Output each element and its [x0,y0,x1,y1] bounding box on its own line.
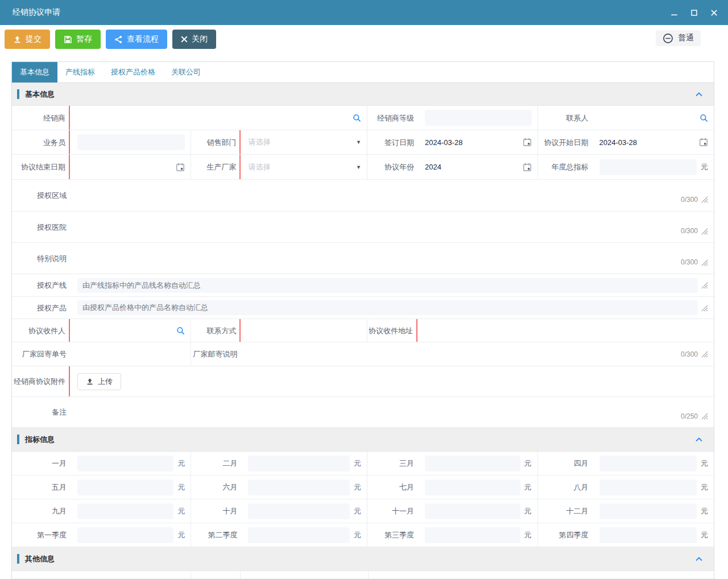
chevron-up-icon[interactable] [694,90,704,99]
agreement-start-date-label: 协议开始日期 [538,130,592,154]
upload-button[interactable]: 上传 [77,373,121,390]
search-icon[interactable] [176,326,185,335]
currency-suffix: 元 [701,506,708,516]
q2-input [248,527,350,543]
authorized-hospital-label: 授权医院 [12,212,70,242]
sep-field: 元 [70,499,191,523]
window-close-button[interactable] [710,9,718,16]
form-cell: 协议收件人 [12,319,191,342]
q4-label: 第四季度 [538,523,592,547]
upload-icon [13,35,22,44]
form-row: 九月元十月元十一月元十二月元 [12,499,714,523]
resize-grip-icon[interactable] [701,196,708,203]
form-cell: 授权产品由授权产品价格中的产品名称自动汇总 [12,297,714,319]
form-cell: 业务员 [12,130,191,154]
dec-label: 十二月 [538,499,592,523]
close-button[interactable]: 关闭 [172,30,216,49]
chevron-up-icon[interactable] [694,435,704,444]
form-cell: 三月元 [367,452,537,475]
resize-grip-icon[interactable] [701,259,708,266]
agreement-start-date-datepicker[interactable]: 2024-03-28 [592,130,714,154]
may-input [77,479,173,495]
view-process-button[interactable]: 查看流程 [106,30,167,49]
dealer-level-label: 经销商等级 [367,106,417,130]
may-field: 元 [70,475,191,499]
sign-date-datepicker[interactable]: 2024-03-28 [417,130,537,154]
tab-product-line-targets[interactable]: 产线指标 [57,62,103,82]
aug-field: 元 [592,475,714,499]
search-icon[interactable] [700,114,708,122]
authorized-hospital-textarea[interactable]: 0/300 [70,212,714,242]
dealer-level-input [425,110,532,126]
caret-down-icon: ▼ [356,164,361,170]
jul-field: 元 [417,475,537,499]
maximize-button[interactable] [690,9,698,16]
priority-badge[interactable]: 普通 [656,30,701,46]
resize-grip-icon[interactable] [701,282,708,289]
form-cell: 经销商等级 [367,106,537,130]
form-cell: 授权产线由产线指标中的产品线名称自动汇总 [12,274,714,296]
currency-suffix: 元 [701,530,708,540]
form-cell: 联系方式 [191,319,367,342]
tab-authorized-product-prices[interactable]: 授权产品价格 [103,62,163,82]
oct-input [248,503,350,519]
resize-grip-icon[interactable] [701,304,708,312]
dec-input [599,503,697,519]
section-header-target-info: 指标信息 [12,428,714,452]
jul-input [425,479,520,495]
submit-button-label: 提交 [26,34,42,44]
jan-label: 一月 [12,452,70,475]
manufacturer-select[interactable]: 请选择▼ [241,155,367,179]
form-cell: 授权区域0/300 [12,180,714,211]
form-cell [240,571,368,578]
factory-mail-note-textarea[interactable]: 0/300 [241,342,714,366]
authorized-region-label: 授权区域 [12,180,70,211]
char-counter: 0/300 [681,196,698,204]
form-cell [12,571,191,578]
sales-dept-select[interactable]: 请选择▼ [241,130,367,154]
search-icon[interactable] [353,114,361,122]
minimize-button[interactable] [671,9,678,16]
form-cell: 特别说明0/300 [12,243,714,274]
currency-suffix: 元 [524,506,532,516]
form-cell: 联系人 [537,106,714,130]
form-cell: 协议收件地址 [367,319,714,342]
form-cell: 四月元 [537,452,714,475]
q4-input [599,527,697,543]
agreement-address-input[interactable] [417,319,714,342]
agreement-recipient-field[interactable] [70,319,191,342]
factory-return-no-input[interactable] [70,342,191,366]
agreement-end-date-datepicker[interactable] [70,155,191,179]
dealer-field[interactable] [70,106,367,130]
chevron-up-icon[interactable] [694,555,704,564]
apr-field: 元 [592,452,714,475]
aug-label: 八月 [538,475,592,499]
agreement-year-datepicker[interactable]: 2024 [417,155,537,179]
currency-suffix: 元 [177,458,185,469]
dealer-label: 经销商 [12,106,70,130]
calendar-icon [699,138,708,147]
save-draft-button[interactable]: 暂存 [55,30,101,49]
remark-textarea[interactable]: 0/250 [70,397,714,427]
special-note-textarea[interactable]: 0/300 [70,243,714,274]
minus-circle-icon [663,33,673,44]
authorized-region-textarea[interactable]: 0/300 [70,180,714,211]
submit-button[interactable]: 提交 [5,30,50,49]
mar-label: 三月 [367,452,417,475]
form-area: 基本信息经销商经销商等级联系人业务员销售部门请选择▼签订日期2024-03-28… [12,83,714,579]
tab-related-companies[interactable]: 关联公司 [163,62,209,82]
form-row: 一月元二月元三月元四月元 [12,452,714,475]
contact-info-input[interactable] [241,319,367,342]
feb-label: 二月 [191,452,241,475]
char-counter: 0/300 [681,258,698,266]
tab-basic-info[interactable]: 基本信息 [12,62,57,82]
form-cell: 五月元 [12,475,191,499]
section-accent-bar [17,554,19,564]
resize-grip-icon[interactable] [701,350,708,358]
authorized-product-field: 由授权产品价格中的产品名称自动汇总 [70,297,714,319]
form-row: 业务员销售部门请选择▼签订日期2024-03-28协议开始日期2024-03-2… [12,130,714,155]
resize-grip-icon[interactable] [701,412,708,420]
contact-person-field[interactable] [592,106,714,130]
aug-input [599,479,697,495]
resize-grip-icon[interactable] [701,228,708,235]
